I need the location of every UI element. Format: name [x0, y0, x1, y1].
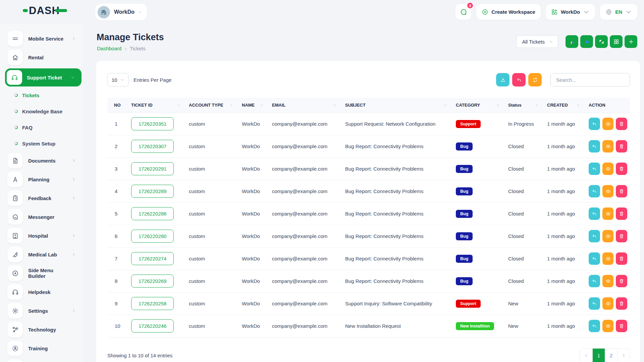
sidebar-item-helpdesk[interactable]: Helpdesk [7, 284, 78, 300]
chat-button[interactable]: 0 [455, 4, 471, 20]
cell-account-type: custom [184, 158, 237, 180]
sidebar-subitem-system-setup[interactable]: System Setup [14, 137, 83, 150]
breadcrumb-dashboard[interactable]: Dashboard [97, 46, 121, 51]
eye-action-button[interactable] [602, 185, 614, 197]
col-subject[interactable]: SUBJECT↑↓ [340, 98, 451, 113]
pagination-prev[interactable] [580, 349, 592, 362]
reply-action-button[interactable] [589, 252, 600, 265]
trash-action-button[interactable] [616, 185, 627, 197]
cell-name: WorkDo [237, 292, 267, 315]
ticket-id-pill[interactable]: 1726220246 [131, 319, 174, 333]
entries-per-page-select[interactable]: 10 [107, 73, 129, 86]
trash-action-button[interactable] [616, 275, 627, 287]
col-account-type[interactable]: ACCOUNT TYPE↑↓ [184, 98, 237, 113]
sidebar-item-settings[interactable]: Settings [7, 303, 78, 318]
ticket-id-pill[interactable]: 1726220289 [131, 185, 174, 198]
eye-action-button[interactable] [602, 118, 614, 130]
reply-action-button[interactable] [589, 275, 600, 287]
col-status[interactable]: Status↑↓ [503, 98, 542, 113]
sidebar-item-planning[interactable]: Planning [7, 172, 78, 187]
trash-action-button[interactable] [616, 163, 627, 175]
sidebar-item-training[interactable]: Training [7, 341, 78, 356]
col-created[interactable]: CREATED↑↓ [542, 98, 584, 113]
sidebar-item-medical-lab[interactable]: Medical Lab [7, 247, 78, 262]
col-ticket-id[interactable]: TICKET ID↑↓ [126, 98, 184, 113]
logo[interactable]: DASH [23, 5, 67, 16]
col-name[interactable]: NAME↑↓ [237, 98, 267, 113]
sidebar-subitem-knowledge-base[interactable]: Knowledge Base [14, 105, 83, 118]
language-selector[interactable]: EN [600, 4, 637, 20]
reply-action-button[interactable] [589, 320, 600, 332]
ticket-id-pill[interactable]: 1726220258 [131, 297, 174, 310]
sidebar-item-technology[interactable]: Technology [7, 322, 78, 337]
pagination-page-1[interactable]: 1 [592, 349, 605, 362]
ticket-filter-select[interactable]: All Tickets [516, 35, 558, 48]
reply-action-button[interactable] [589, 140, 600, 153]
reply-icon [592, 256, 597, 261]
create-workspace-button[interactable]: Create Workspace [476, 4, 541, 20]
zendesk-button[interactable] [595, 35, 608, 48]
trash-action-button[interactable] [616, 320, 627, 332]
sidebar-item-label: Settings [28, 308, 72, 314]
table-row: 7 1726220274 custom WorkDo company@examp… [107, 247, 630, 270]
ticket-id-pill[interactable]: 1726220288 [131, 207, 174, 220]
sidebar-subitem-faq[interactable]: FAQ [14, 121, 83, 134]
sidebar-item-support-ticket[interactable]: Support Ticket [5, 68, 82, 86]
col-email[interactable]: EMAIL↑↓ [267, 98, 340, 113]
plus-circle-icon [12, 270, 19, 277]
eye-action-button[interactable] [602, 163, 614, 175]
eye-action-button[interactable] [602, 252, 614, 265]
reply-action-button[interactable] [589, 297, 600, 310]
eye-action-button[interactable] [602, 275, 614, 287]
reply-action-button[interactable] [589, 230, 600, 242]
sort-icon: ↑↓ [535, 103, 537, 107]
onedrive-button[interactable] [580, 35, 593, 48]
workspace-selector[interactable]: WorkDo [95, 4, 147, 20]
grid-button[interactable] [610, 35, 623, 48]
workdo-menu-button[interactable]: WorkDo [546, 4, 595, 20]
trash-action-button[interactable] [616, 207, 627, 220]
refresh-button[interactable] [528, 73, 542, 86]
ticket-id-pill[interactable]: 1726220291 [131, 162, 174, 175]
download-button[interactable] [496, 73, 509, 86]
trash-action-button[interactable] [616, 140, 627, 153]
sidebar-item-documents[interactable]: Documents [7, 153, 78, 168]
trash-action-button[interactable] [616, 118, 627, 130]
sidebar-item-mobile-service[interactable]: Mobile Service [7, 31, 78, 46]
pagination-page-2[interactable]: 2 [605, 349, 617, 362]
trash-action-button[interactable] [616, 252, 627, 265]
ticket-id-pill[interactable]: 1726220269 [131, 275, 174, 288]
reply-icon [592, 121, 597, 127]
trash-action-button[interactable] [616, 297, 627, 310]
sidebar-subitem-tickets[interactable]: Tickets [14, 88, 83, 102]
sidebar-item-side-menu-builder[interactable]: Side Menu Builder [7, 265, 78, 281]
sidebar-item-rental[interactable]: Rental [7, 50, 78, 65]
sidebar-item-hospital[interactable]: Hospital [7, 228, 78, 243]
cell-no: 1 [107, 113, 126, 135]
sidebar-item-messenger[interactable]: Messenger [7, 209, 78, 225]
search-input[interactable] [550, 73, 630, 86]
pagination-next[interactable] [617, 349, 630, 362]
eye-action-button[interactable] [602, 207, 614, 220]
sidebar-item-feedback[interactable]: Feedback [7, 190, 78, 206]
ticket-id-pill[interactable]: 1726220351 [131, 117, 174, 130]
gear-icon [12, 307, 19, 314]
reply-action-button[interactable] [589, 207, 600, 220]
eye-action-button[interactable] [602, 320, 614, 332]
reply-action-button[interactable] [589, 163, 600, 175]
ticket-id-pill[interactable]: 1726220274 [131, 252, 174, 265]
plus-button[interactable] [625, 35, 637, 48]
trash-action-button[interactable] [616, 230, 627, 242]
eye-action-button[interactable] [602, 230, 614, 242]
undo-button[interactable] [512, 73, 526, 86]
eye-action-button[interactable] [602, 297, 614, 310]
cell-no: 6 [107, 225, 126, 247]
reply-action-button[interactable] [589, 118, 600, 130]
ticket-id-pill[interactable]: 1726220307 [131, 140, 174, 153]
col-category[interactable]: CATEGORY↑↓ [451, 98, 503, 113]
reply-action-button[interactable] [589, 185, 600, 197]
google-drive-button[interactable] [566, 35, 578, 48]
eye-icon [605, 166, 611, 172]
eye-action-button[interactable] [602, 140, 614, 153]
ticket-id-pill[interactable]: 1726220280 [131, 230, 174, 243]
